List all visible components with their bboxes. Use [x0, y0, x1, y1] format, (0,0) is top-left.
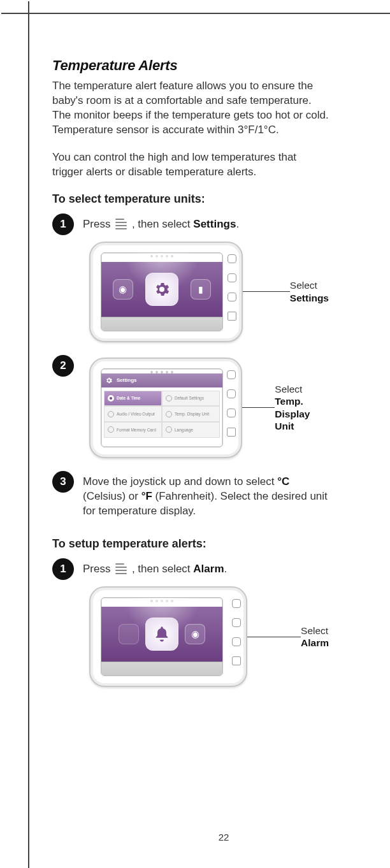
device-screen-settings: ◉ ▮ [101, 252, 223, 331]
gear-icon [105, 377, 113, 384]
sec2-press-label: Press [83, 563, 113, 575]
device-figure-3: ◉ Select Alarm [89, 586, 329, 687]
monitor-device: Settings Date & Time Default Settings Au… [89, 358, 242, 458]
bell-icon [145, 618, 178, 651]
battery-icon: ▮ [191, 279, 211, 300]
list-item: Date & Time [104, 391, 162, 407]
device-zoom-button [227, 273, 236, 282]
device-menu-button [227, 428, 236, 437]
monitor-device: ◉ ▮ [89, 242, 243, 342]
callout2-bold1: Temp. [275, 396, 303, 407]
callout-select-settings: Select Settings [240, 279, 329, 304]
step3-pre: Move the joystick up and down to select [83, 475, 277, 488]
step1-settings-bold: Settings [193, 218, 236, 230]
device-mic-button [227, 293, 236, 301]
step1-end: . [236, 218, 239, 230]
callout-select-temp-display: Select Temp. Display Unit [240, 383, 329, 433]
step3-mid1: (Celsius) or [83, 490, 141, 502]
device-figure-2: Settings Date & Time Default Settings Au… [89, 358, 329, 458]
menu-icon [115, 563, 127, 574]
settings-header-label: Settings [117, 377, 137, 383]
step1-press-label: Press [83, 218, 113, 230]
cell-label: Default Settings [175, 396, 204, 400]
cell-label: Format Memory Card [117, 428, 156, 432]
sec2-end: . [224, 563, 227, 575]
device-menu-button [232, 656, 241, 665]
device-figure-1: ◉ ▮ [89, 242, 329, 342]
device-screen-alarm: ◉ [101, 597, 223, 676]
step-number-1: 1 [52, 213, 74, 235]
section-setup-alerts-head: To setup temperature alerts: [52, 537, 329, 551]
device-power-button [227, 370, 236, 379]
callout-select-alarm: Select Alarm [245, 625, 329, 649]
device-mic-button [232, 637, 241, 646]
callout2-bold2: Display Unit [275, 409, 310, 431]
intro-paragraph-1: The temperature alert feature allows you… [52, 79, 329, 138]
step3-fahrenheit-bold: °F [141, 490, 152, 502]
step-1-text: Press , then select Settings. [83, 213, 239, 232]
sec2-alarm-bold: Alarm [193, 563, 224, 575]
step-3-text: Move the joystick up and down to select … [83, 471, 329, 519]
callout2-pre: Select [275, 384, 302, 394]
page-title: Temperature Alerts [52, 57, 329, 74]
step3-celsius-bold: °C [277, 475, 289, 488]
list-item: Format Memory Card [104, 422, 162, 438]
callout1-bold: Settings [290, 293, 329, 303]
intro-paragraph-2: You can control the high and low tempera… [52, 150, 329, 180]
cell-label: Audio / Video Output [117, 412, 155, 416]
page-number: 22 [29, 832, 390, 843]
callout3-bold: Alarm [301, 637, 329, 648]
menu-icon [115, 219, 127, 229]
step-3-row: 3 Move the joystick up and down to selec… [52, 471, 329, 519]
callout1-pre: Select [290, 280, 317, 291]
camera-icon: ◉ [185, 624, 205, 644]
gear-icon [145, 273, 178, 306]
step-number-3: 3 [52, 471, 74, 493]
list-item: Audio / Video Output [104, 406, 162, 422]
sec2-step-1-row: 1 Press , then select Alarm. [52, 558, 329, 580]
device-power-button [232, 599, 241, 608]
step-1-row: 1 Press , then select Settings. [52, 213, 329, 235]
step-number-2: 2 [52, 355, 74, 377]
sec2-then-select: , then select [132, 563, 193, 575]
sec2-step-1-text: Press , then select Alarm. [83, 558, 227, 577]
cell-label: Temp. Display Unit [175, 412, 209, 416]
monitor-device: ◉ [89, 586, 247, 687]
step-number-1: 1 [52, 558, 74, 580]
step1-then-select: , then select [132, 218, 193, 230]
prev-icon [119, 624, 139, 644]
cell-label: Date & Time [117, 396, 140, 400]
device-zoom-button [232, 618, 241, 627]
cell-label: Language [175, 428, 193, 432]
section-select-units-head: To select temperature units: [52, 192, 329, 206]
device-power-button [227, 254, 236, 263]
camera-icon: ◉ [113, 279, 133, 300]
device-zoom-button [227, 389, 236, 398]
list-item-temp-display: Temp. Display Unit [162, 406, 220, 422]
device-mic-button [227, 409, 236, 417]
callout3-pre: Select [301, 625, 328, 636]
list-item: Language [162, 422, 220, 438]
device-screen-settings-list: Settings Date & Time Default Settings Au… [101, 368, 223, 447]
list-item: Default Settings [162, 391, 220, 407]
device-menu-button [227, 312, 236, 321]
